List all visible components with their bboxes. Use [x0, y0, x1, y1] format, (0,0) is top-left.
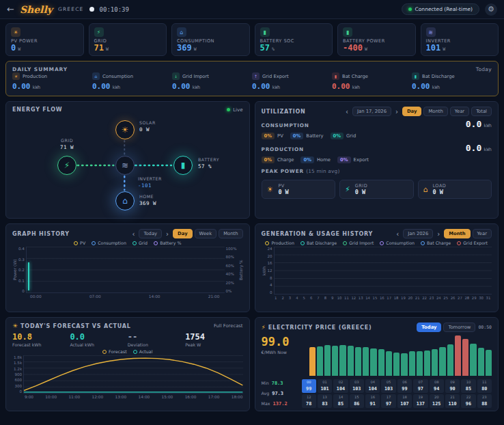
- day-axis-label: 8: [322, 296, 328, 300]
- bolt-icon: ⚡: [345, 185, 350, 194]
- utilization-date-chip[interactable]: Jan 17, 2026: [352, 107, 391, 116]
- breakdown-battery[interactable]: 0%Battery: [290, 133, 324, 139]
- price-cell-hour: 05: [381, 380, 395, 384]
- legend-actual[interactable]: Actual: [133, 349, 153, 354]
- legend-label: Consumption: [98, 241, 126, 245]
- sun-icon: ☀: [267, 185, 274, 194]
- daily-item-value: 0.00kWh: [412, 82, 492, 91]
- range-button-year[interactable]: Year: [450, 107, 469, 116]
- daily-value-number: 0.00: [412, 82, 430, 91]
- breakdown-export[interactable]: 0%Export: [337, 156, 369, 163]
- legend-grid[interactable]: Grid: [132, 241, 148, 245]
- breakdown-grid[interactable]: 0%Grid: [331, 133, 356, 139]
- grid-node-icon[interactable]: ⚡: [57, 156, 76, 175]
- day-group-18: [393, 247, 400, 294]
- prev-date-icon[interactable]: ‹: [395, 230, 400, 238]
- legend-bat-discharge[interactable]: Bat Discharge: [300, 241, 337, 245]
- price-bar-04: [339, 345, 346, 376]
- legend-battery-[interactable]: Battery %: [154, 241, 181, 245]
- price-cell-02: 02104: [333, 379, 348, 393]
- next-date-icon[interactable]: ›: [436, 230, 441, 238]
- legend-consumption[interactable]: Consumption: [92, 241, 126, 245]
- y-tick: 8: [268, 276, 272, 280]
- y-tick: 600: [14, 378, 22, 382]
- daily-value-number: 0.00: [252, 82, 270, 91]
- forecast-stat-value: 10.8: [12, 332, 70, 342]
- legend-grid-import[interactable]: Grid Import: [343, 241, 374, 245]
- legend-forecast[interactable]: Forecast: [102, 349, 127, 354]
- y-tick: 12: [268, 269, 272, 273]
- peak-card-label: GRID: [355, 183, 367, 189]
- forecast-stat-value: 0.0: [70, 332, 127, 342]
- region-label: GREECE: [58, 6, 84, 12]
- price-cell-22: 2296: [461, 394, 475, 408]
- legend-production[interactable]: Production: [265, 241, 294, 245]
- day-group-4: [296, 247, 303, 294]
- price-cell-value: 88: [481, 401, 487, 407]
- range-button-month[interactable]: Month: [423, 107, 447, 116]
- breakdown-pv[interactable]: 0%PV: [262, 133, 283, 139]
- day-axis-label: 13: [357, 296, 364, 300]
- day-axis-label: 9: [329, 296, 336, 300]
- daily-value-unit: kWh: [352, 85, 361, 90]
- daily-value-number: 0.00: [332, 82, 350, 91]
- graph-history-date-chip[interactable]: Today: [139, 229, 162, 238]
- breakdown-pct: 0%: [331, 133, 344, 139]
- price-cell-hour: 06: [397, 380, 412, 384]
- connection-status-badge[interactable]: Connected (Real-time): [402, 3, 479, 15]
- daily-item-header: ☀Production: [12, 72, 92, 80]
- day-group-14: [365, 247, 372, 294]
- legend-label: Bat Discharge: [307, 241, 337, 245]
- battery-node-icon[interactable]: ▮: [173, 156, 193, 175]
- range-button-today[interactable]: Today: [417, 323, 441, 332]
- back-icon[interactable]: ←: [7, 4, 14, 14]
- legend-bat-charge[interactable]: Bat Charge: [421, 241, 451, 245]
- legend-dot-icon: [154, 241, 158, 245]
- range-button-day[interactable]: Day: [173, 229, 192, 238]
- gear-icon[interactable]: ⚙: [485, 3, 497, 16]
- range-button-week[interactable]: Week: [195, 229, 217, 238]
- solar-node-icon[interactable]: ☀: [115, 120, 135, 139]
- prev-date-icon[interactable]: ‹: [130, 230, 136, 238]
- generation-date-chip[interactable]: Jan 2026: [403, 229, 433, 238]
- range-button-month[interactable]: Month: [219, 229, 242, 238]
- range-button-tomorrow[interactable]: Tomorrow: [443, 323, 475, 332]
- legend-dot-icon: [92, 241, 96, 245]
- daily-item-label: Bat Discharge: [422, 74, 455, 79]
- price-cell-23: 2388: [477, 394, 492, 408]
- weather-dot-icon: [89, 7, 94, 12]
- breakdown-home[interactable]: 0%Home: [300, 156, 331, 163]
- price-bar-17: [439, 347, 445, 376]
- home-node-icon[interactable]: ⌂: [115, 191, 135, 210]
- inverter-node-icon[interactable]: ≋: [115, 156, 135, 175]
- breakdown-charge[interactable]: 0%Charge: [262, 156, 294, 163]
- peak-card-value: 0 W: [355, 189, 367, 195]
- day-group-11: [345, 247, 352, 294]
- legend-grid-export[interactable]: Grid Export: [457, 241, 488, 245]
- price-cell-09: 0990: [445, 379, 460, 393]
- generation-history-panel: GENERATION & USAGE HISTORY ‹ Jan 2026 › …: [255, 223, 499, 312]
- power-axis-label: Power (W): [12, 247, 17, 293]
- next-date-icon[interactable]: ›: [165, 230, 170, 238]
- range-button-month[interactable]: Month: [444, 229, 470, 238]
- price-cell-value: 91: [370, 401, 376, 407]
- kpi-value: 101W: [426, 44, 494, 52]
- day-axis-label: 7: [315, 296, 322, 300]
- prev-date-icon[interactable]: ‹: [344, 108, 350, 115]
- range-button-year[interactable]: Year: [473, 229, 492, 238]
- legend-consumption[interactable]: Consumption: [380, 241, 415, 245]
- range-button-day[interactable]: Day: [402, 107, 421, 116]
- forecast-stat-peak-w: 1754Peak W: [185, 332, 242, 347]
- x-tick: 15:00: [162, 395, 173, 399]
- price-cell-value: 90: [449, 386, 455, 392]
- price-hour-grid: 0099011010210403103041040510306990797089…: [302, 379, 492, 408]
- price-bar-11: [393, 353, 400, 376]
- forecast-chart: [24, 355, 242, 393]
- generation-history-title: GENERATION & USAGE HISTORY: [262, 231, 393, 237]
- legend-pv[interactable]: PV: [74, 241, 85, 245]
- range-button-total[interactable]: Total: [471, 107, 492, 116]
- graph-history-title: GRAPH HISTORY: [12, 231, 128, 237]
- next-date-icon[interactable]: ›: [394, 108, 400, 115]
- x-tick: 10:00: [45, 395, 57, 399]
- full-forecast-link[interactable]: Full Forecast: [214, 323, 243, 329]
